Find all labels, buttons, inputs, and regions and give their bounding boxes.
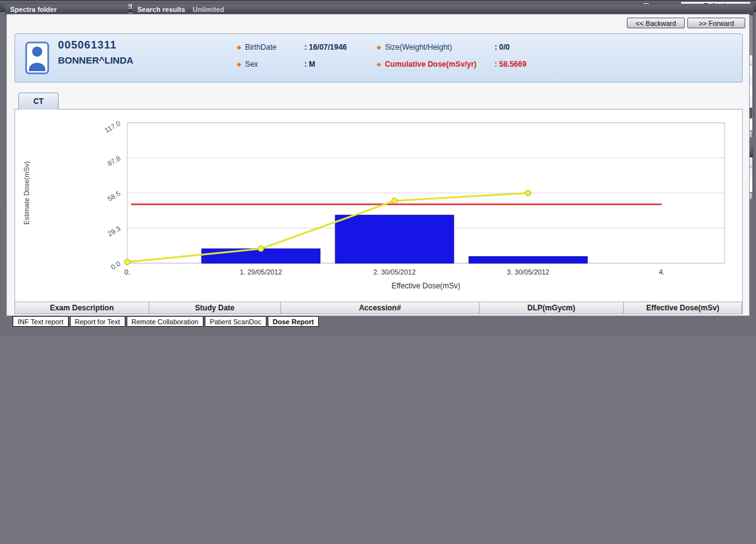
diamond-icon: ◆ — [237, 61, 241, 67]
diamond-icon: ◆ — [377, 61, 381, 67]
dose-report-table-header: Exam DescriptionStudy DateAccession#DLP(… — [15, 302, 742, 314]
patient-name: BONNER^LINDA — [58, 55, 134, 65]
size-label: Size(Weight/Height) — [385, 43, 491, 52]
birthdate-field: ◆ BirthDate : 16/07/1946 — [237, 43, 346, 52]
patient-icon — [25, 42, 49, 76]
diamond-icon: ◆ — [237, 44, 241, 50]
svg-text:Estimate Dose(mSv): Estimate Dose(mSv) — [23, 161, 30, 225]
diamond-icon: ◆ — [377, 44, 381, 50]
svg-text:1. 29/05/2012: 1. 29/05/2012 — [239, 268, 282, 276]
cumulative-dose-field: ◆ Cumulative Dose(mSv/yr) : 58.5669 — [377, 60, 527, 69]
search-results-title: Search results — [137, 6, 185, 13]
patient-id: 005061311 — [58, 39, 117, 52]
modality-tab-ct[interactable]: CT — [18, 93, 59, 110]
spectra-folder-title: Spectra folder — [10, 6, 57, 13]
svg-text:Effective Dose(mSv): Effective Dose(mSv) — [391, 281, 460, 290]
report-tab-bar: INF Text reportReport for TextRemote Col… — [13, 316, 319, 327]
dose-report-panel: ▸ CT, BONNER LINDA, 005061311, F, 2012-0… — [0, 0, 756, 336]
tab-report-for-text[interactable]: Report for Text — [70, 316, 125, 327]
sex-label: Sex — [245, 60, 301, 69]
size-field: ◆ Size(Weight/Height) : 0/0 — [377, 43, 510, 52]
patient-info-box: 005061311 BONNER^LINDA ◆ BirthDate : 16/… — [14, 33, 743, 82]
tab-dose-report[interactable]: Dose Report — [268, 316, 319, 327]
svg-text:0.: 0. — [124, 268, 130, 276]
cumulative-dose-value: : 58.5669 — [495, 60, 527, 69]
sex-value: : M — [304, 60, 315, 69]
pacs-application: Spectra folder New Edit Delete — ✱ Searc… — [0, 0, 756, 544]
svg-text:29.3: 29.3 — [106, 224, 122, 237]
size-value: : 0/0 — [495, 43, 510, 52]
dose-chart-panel: 0.029.358.587.8117.00.1. 29/05/20122. 30… — [14, 109, 743, 314]
report-column-header[interactable]: Accession# — [281, 302, 479, 314]
report-column-header[interactable]: Study Date — [149, 302, 282, 314]
svg-text:4.: 4. — [659, 268, 665, 276]
svg-text:117.0: 117.0 — [103, 119, 122, 134]
forward-button-label: >> Forward — [699, 20, 734, 27]
svg-text:3. 30/05/2012: 3. 30/05/2012 — [507, 268, 549, 276]
modality-tab-label: CT — [33, 97, 43, 106]
forward-button[interactable]: >> Forward — [687, 18, 745, 28]
tab-inf-text-report[interactable]: INF Text report — [13, 316, 69, 327]
report-column-header[interactable]: Effective Dose(mSv) — [624, 302, 742, 314]
svg-text:0.0: 0.0 — [110, 259, 122, 271]
dose-report-body: << Backward >> Forward 005061311 BONNER^… — [6, 14, 750, 316]
report-column-header[interactable]: DLP(mGycm) — [479, 302, 624, 314]
backward-button[interactable]: << Backward — [627, 18, 685, 28]
cumulative-dose-label: Cumulative Dose(mSv/yr) — [385, 60, 491, 69]
search-results-count: Unlimited — [193, 6, 224, 13]
dose-chart: 0.029.358.587.8117.00.1. 29/05/20122. 30… — [15, 110, 742, 301]
backward-button-label: << Backward — [636, 20, 676, 27]
tab-remote-collaboration[interactable]: Remote Collaboration — [127, 316, 203, 327]
tab-patient-scandoc[interactable]: Patient ScanDoc — [205, 316, 266, 327]
report-column-header[interactable]: Exam Description — [15, 302, 149, 314]
svg-text:2. 30/05/2012: 2. 30/05/2012 — [374, 268, 416, 276]
birthdate-value: : 16/07/1946 — [304, 43, 346, 52]
birthdate-label: BirthDate — [245, 43, 301, 52]
svg-text:58.5: 58.5 — [106, 190, 122, 203]
svg-text:87.8: 87.8 — [106, 154, 122, 167]
sex-field: ◆ Sex : M — [237, 60, 315, 69]
